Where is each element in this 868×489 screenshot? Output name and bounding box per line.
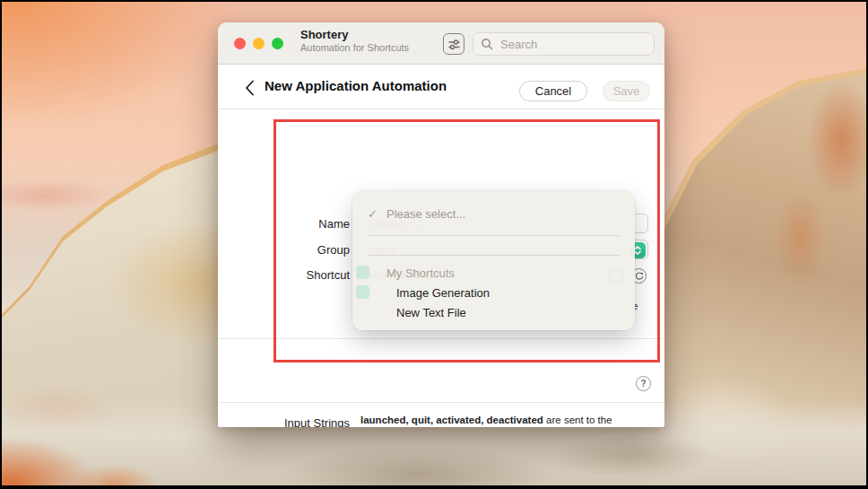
- input-strings-label: Input Strings: [242, 416, 350, 427]
- page-title: New Application Automation: [265, 78, 447, 93]
- nav-header: New Application Automation Cancel Save: [218, 65, 664, 109]
- menu-item-please-select[interactable]: Please select...: [386, 207, 465, 221]
- search-field[interactable]: [473, 32, 655, 56]
- shortery-window: Shortery Automation for Shortcuts: [218, 22, 664, 427]
- input-strings-line2: shortcut when run.: [360, 426, 638, 427]
- minimize-window-button[interactable]: [253, 38, 265, 49]
- help-button[interactable]: ?: [636, 376, 651, 391]
- titlebar: Shortery Automation for Shortcuts: [218, 22, 664, 65]
- shortcut-ghost-icon: [356, 285, 369, 299]
- menu-separator: [368, 235, 620, 236]
- menu-item-image-generation[interactable]: Image Generation: [396, 286, 490, 300]
- name-label: Name: [242, 217, 350, 231]
- sliders-icon: [447, 38, 461, 51]
- shortcut-label: Shortcut: [242, 268, 350, 282]
- save-button[interactable]: Save: [603, 81, 650, 101]
- section-divider: [218, 338, 664, 339]
- search-icon: [481, 38, 493, 50]
- menu-item-new-text-file[interactable]: New Text File: [396, 306, 466, 319]
- cancel-button[interactable]: Cancel: [519, 81, 587, 101]
- question-icon: ?: [640, 379, 646, 389]
- search-input[interactable]: [499, 37, 633, 52]
- chevron-left-icon: [245, 80, 256, 96]
- shortcut-dropdown-menu: ✓ Please select... My Shortcuts Image Ge…: [352, 191, 635, 330]
- menu-separator: [368, 255, 620, 256]
- shortcut-ghost-icon: [356, 266, 369, 279]
- back-button[interactable]: [245, 80, 256, 96]
- desktop: Shortery Automation for Shortcuts: [2, 2, 866, 485]
- section-divider: [218, 402, 664, 403]
- app-name: Shortery: [300, 29, 409, 40]
- app-title-block: Shortery Automation for Shortcuts: [300, 29, 409, 53]
- app-subtitle: Automation for Shortcuts: [300, 43, 409, 53]
- screenshot-frame: Shortery Automation for Shortcuts: [0, 0, 868, 489]
- close-window-button[interactable]: [234, 38, 246, 49]
- input-strings-description: launched, quit, activated, deactivated a…: [360, 414, 638, 427]
- menu-group-header: My Shortcuts: [386, 266, 455, 280]
- zoom-window-button[interactable]: [272, 38, 283, 49]
- group-label: Group: [242, 243, 350, 257]
- filter-sliders-button[interactable]: [443, 33, 464, 55]
- input-strings-line1: launched, quit, activated, deactivated a…: [360, 414, 638, 426]
- refresh-icon: [635, 272, 644, 281]
- traffic-lights: [234, 38, 283, 49]
- check-icon: ✓: [368, 207, 378, 221]
